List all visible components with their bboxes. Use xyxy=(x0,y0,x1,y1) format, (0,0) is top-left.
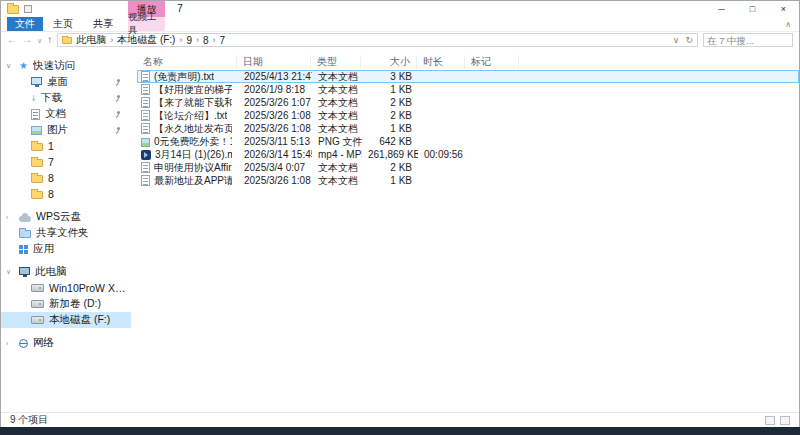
tab-share[interactable]: 共享 xyxy=(83,17,123,31)
sidebar-item-this-pc[interactable]: ∨ 此电脑 xyxy=(1,264,131,280)
file-row[interactable]: 【论坛介绍】.txt 2025/3/26 1:08 文本文档 2 KB xyxy=(137,109,799,122)
column-header-size[interactable]: 大小 xyxy=(361,55,417,69)
sidebar-item-documents[interactable]: 文档 xyxy=(1,106,131,122)
file-row[interactable]: 3月14日 (1)(26).m... 2026/3/14 15:45 mp4 -… xyxy=(137,148,799,161)
file-size: 261,869 KB xyxy=(362,149,418,160)
text-file-icon xyxy=(141,175,150,186)
file-type: 文本文档 xyxy=(312,174,362,188)
sidebar-item-folder-7[interactable]: 7 xyxy=(1,154,131,170)
file-date: 2025/3/26 1:08 xyxy=(238,123,312,134)
file-row[interactable]: 最新地址及APP请... 2025/3/26 1:08 文本文档 1 KB xyxy=(137,174,799,187)
sidebar-item-label: WPS云盘 xyxy=(36,210,81,224)
file-name: 申明使用协议Affir... xyxy=(154,161,232,175)
recent-locations-dropdown-icon[interactable]: ∨ xyxy=(37,37,42,44)
back-icon[interactable]: ← xyxy=(7,35,17,45)
sidebar-item-label: 应用 xyxy=(33,242,54,256)
tab-video-tools[interactable]: 视频工具 xyxy=(128,17,165,31)
sidebar-item-drive-f[interactable]: 本地磁盘 (F:) xyxy=(1,312,131,328)
forward-icon[interactable]: → xyxy=(22,35,32,45)
file-row[interactable]: 申明使用协议Affir... 2025/3/4 0:07 文本文档 2 KB xyxy=(137,161,799,174)
sidebar-item-label: 快速访问 xyxy=(33,59,75,73)
column-header-tags[interactable]: 标记 xyxy=(465,55,519,69)
breadcrumb-separator-icon: › xyxy=(213,35,216,45)
sidebar-item-wps-cloud[interactable]: › WPS云盘 xyxy=(1,209,131,225)
breadcrumb-folder-9[interactable]: 9 xyxy=(186,35,192,46)
sidebar-item-label: 下载 xyxy=(41,91,62,105)
sidebar-item-label: 共享文件夹 xyxy=(36,226,89,240)
column-header-duration[interactable]: 时长 xyxy=(417,55,465,69)
file-row[interactable]: 【好用便宜的梯子... 2026/1/9 8:18 文本文档 1 KB xyxy=(137,83,799,96)
sidebar-item-desktop[interactable]: 桌面 xyxy=(1,74,131,90)
windows-taskbar[interactable] xyxy=(0,427,800,435)
file-type: 文本文档 xyxy=(312,83,362,97)
sidebar-item-quick-access[interactable]: ∨ ★ 快速访问 xyxy=(1,58,131,74)
minimize-button[interactable]: ─ xyxy=(706,1,737,17)
drive-icon xyxy=(31,316,44,324)
ribbon-collapse-icon[interactable]: ∧ xyxy=(785,17,791,31)
breadcrumb-folder-8[interactable]: 8 xyxy=(203,35,209,46)
file-name: 0元免费吃外卖！1... xyxy=(154,135,232,149)
sidebar-item-label: 网络 xyxy=(33,336,54,350)
quick-access-toolbar-icon[interactable] xyxy=(24,5,32,13)
sidebar-item-drive-d[interactable]: 新加卷 (D:) xyxy=(1,296,131,312)
search-box[interactable] xyxy=(703,33,793,47)
computer-icon xyxy=(19,267,30,275)
column-header-date[interactable]: 日期 xyxy=(237,55,311,69)
file-row[interactable]: 0元免费吃外卖！1... 2025/3/11 5:13 PNG 文件 642 K… xyxy=(137,135,799,148)
chevron-down-icon[interactable]: ∨ xyxy=(6,62,11,70)
chevron-right-icon[interactable]: › xyxy=(6,340,8,347)
file-row[interactable]: 【永久地址发布页... 2025/3/26 1:08 文本文档 1 KB xyxy=(137,122,799,135)
sidebar-item-label: 文档 xyxy=(45,107,66,121)
up-icon[interactable]: ↑ xyxy=(47,35,52,45)
file-row[interactable]: (免责声明).txt 2025/4/13 21:47 文本文档 3 KB xyxy=(137,70,799,83)
sidebar-item-folder-1[interactable]: 1 xyxy=(1,138,131,154)
sidebar-item-apps[interactable]: 应用 xyxy=(1,241,131,257)
pin-icon xyxy=(115,127,121,134)
sidebar-item-drive-c[interactable]: Win10ProW X64 (C:) xyxy=(1,280,131,296)
sidebar-item-downloads[interactable]: ↑ 下载 xyxy=(1,90,131,106)
file-name: 【来了就能下载和... xyxy=(154,96,232,110)
sidebar-item-pictures[interactable]: 图片 xyxy=(1,122,131,138)
folder-icon xyxy=(31,191,43,199)
breadcrumb-this-pc[interactable]: 此电脑 xyxy=(76,33,106,47)
column-header-type[interactable]: 类型 xyxy=(311,55,361,69)
text-file-icon xyxy=(141,84,150,95)
window-controls: ─ □ × xyxy=(706,1,799,17)
large-icons-view-icon[interactable] xyxy=(780,416,790,425)
items-count: 9 个项目 xyxy=(10,413,48,427)
chevron-right-icon[interactable]: › xyxy=(6,214,8,221)
close-button[interactable]: × xyxy=(768,1,799,17)
explorer-window: 播放 7 ─ □ × 文件 主页 共享 查看 视频工具 ∧ ← → ∨ ↑ 此电… xyxy=(0,0,800,427)
sidebar-item-label: 7 xyxy=(48,156,54,168)
sidebar-item-label: 1 xyxy=(48,140,54,152)
file-type: mp4 - MPEG-4 ... xyxy=(312,149,362,160)
file-row[interactable]: 【来了就能下载和... 2025/3/26 1:07 文本文档 2 KB xyxy=(137,96,799,109)
sidebar-item-shared-folder[interactable]: 共享文件夹 xyxy=(1,225,131,241)
breadcrumb-folder-7[interactable]: 7 xyxy=(220,35,226,46)
column-header-name[interactable]: 名称 xyxy=(137,55,237,69)
status-bar: 9 个项目 xyxy=(1,412,799,427)
breadcrumb-separator-icon: › xyxy=(196,35,199,45)
file-name: 【好用便宜的梯子... xyxy=(154,83,232,97)
search-input[interactable] xyxy=(707,35,789,46)
tab-home[interactable]: 主页 xyxy=(43,17,83,31)
file-name: 最新地址及APP请... xyxy=(154,174,232,188)
text-file-icon xyxy=(141,97,150,108)
folder-icon xyxy=(31,159,43,167)
sidebar-item-label: 8 xyxy=(48,172,54,184)
details-view-icon[interactable] xyxy=(765,416,775,425)
sidebar-item-network[interactable]: › 网络 xyxy=(1,335,131,351)
sidebar-item-folder-8[interactable]: 8 xyxy=(1,170,131,186)
pin-icon xyxy=(115,79,121,86)
refresh-icon[interactable]: ↻ xyxy=(685,35,693,45)
file-date: 2026/1/9 8:18 xyxy=(238,84,312,95)
tab-file[interactable]: 文件 xyxy=(7,17,43,31)
sidebar-item-label: 桌面 xyxy=(47,75,68,89)
desktop-icon xyxy=(31,77,42,85)
sidebar-item-folder-8b[interactable]: 8 xyxy=(1,186,131,202)
address-dropdown-icon[interactable]: ∨ xyxy=(673,35,680,45)
text-file-icon xyxy=(141,110,150,121)
chevron-down-icon[interactable]: ∨ xyxy=(6,268,11,276)
maximize-button[interactable]: □ xyxy=(737,1,768,17)
location-folder-icon xyxy=(62,37,72,44)
